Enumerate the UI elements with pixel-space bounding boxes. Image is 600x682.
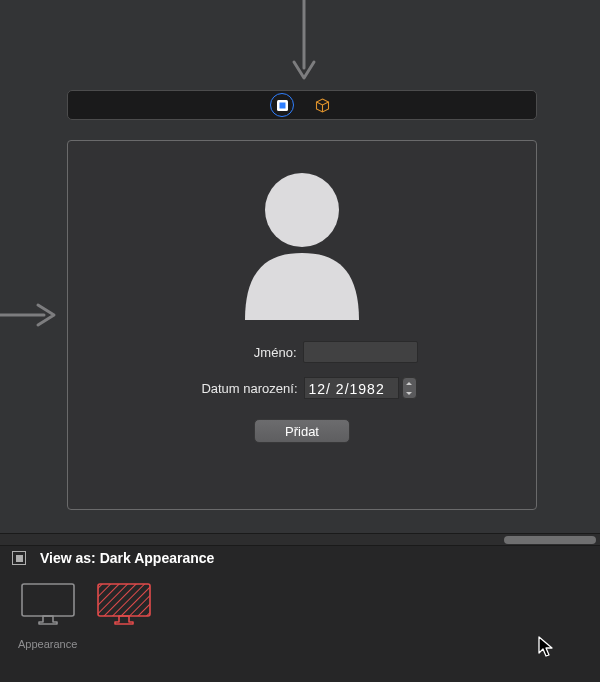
view-object-icon[interactable] <box>274 97 290 113</box>
add-button[interactable]: Přidat <box>254 419 350 443</box>
bottom-inspector: View as: Dark Appearance Appearance <box>0 540 600 682</box>
appearance-dark-option[interactable] <box>95 582 153 650</box>
dob-value[interactable]: 12/ 2/1982 <box>304 377 399 399</box>
preview-view[interactable]: Jméno: Datum narození: 12/ 2/1982 Přidat <box>67 140 537 510</box>
package-object-icon[interactable] <box>314 97 330 113</box>
stepper-down-icon[interactable] <box>406 392 412 395</box>
scrollbar-thumb[interactable] <box>504 536 596 544</box>
horizontal-scrollbar[interactable] <box>0 533 600 546</box>
avatar-placeholder-icon <box>227 165 377 323</box>
name-field[interactable] <box>303 341 418 363</box>
svg-rect-1 <box>279 102 285 108</box>
dob-row: Datum narození: 12/ 2/1982 <box>188 377 417 399</box>
dob-field[interactable]: 12/ 2/1982 <box>304 377 417 399</box>
form: Jméno: Datum narození: 12/ 2/1982 Přidat <box>187 341 418 443</box>
layout-guide-arrow-down <box>290 0 318 89</box>
svg-rect-0 <box>277 100 288 111</box>
dob-label: Datum narození: <box>188 381 298 396</box>
view-as-label: View as: Dark Appearance <box>40 550 214 566</box>
appearance-options: Appearance <box>0 582 600 650</box>
dob-stepper[interactable] <box>402 377 417 399</box>
layout-guide-arrow-right <box>0 300 60 333</box>
name-row: Jméno: <box>187 341 418 363</box>
svg-point-2 <box>265 173 339 247</box>
object-toolbar <box>67 90 537 120</box>
name-label: Jméno: <box>187 345 297 360</box>
disclosure-toggle-icon[interactable] <box>12 551 26 565</box>
svg-rect-6 <box>98 584 150 616</box>
stepper-up-icon[interactable] <box>406 382 412 385</box>
canvas-container: Jméno: Datum narození: 12/ 2/1982 Přidat <box>67 90 537 510</box>
appearance-caption: Appearance <box>18 638 77 650</box>
monitor-dark-icon <box>95 582 153 626</box>
monitor-light-icon <box>19 582 77 626</box>
appearance-light-option[interactable]: Appearance <box>18 582 77 650</box>
cursor-icon <box>538 636 554 661</box>
svg-rect-3 <box>22 584 74 616</box>
